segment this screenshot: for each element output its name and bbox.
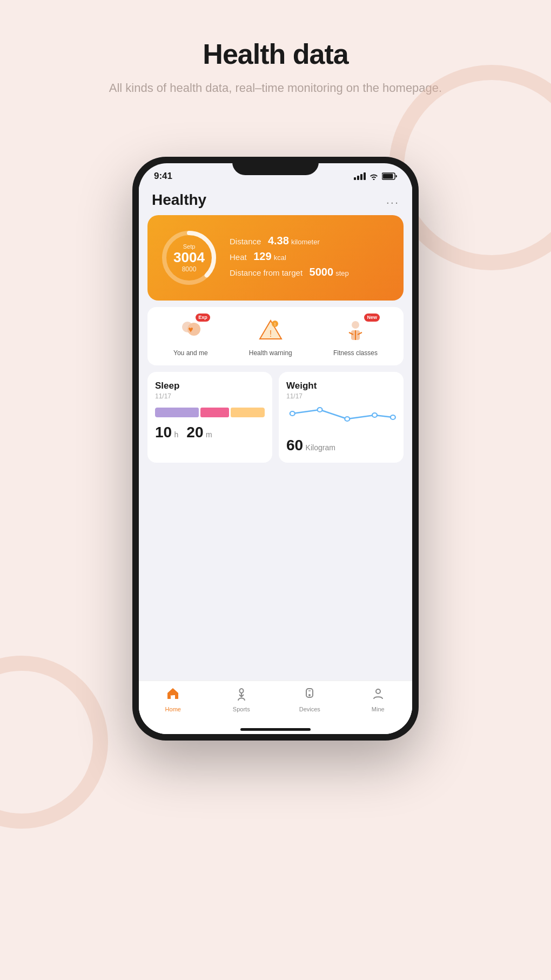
devices-label: Devices [299, 706, 320, 712]
distance-unit: kilometer [291, 238, 320, 246]
heat-label: Heat [230, 252, 247, 262]
sleep-card[interactable]: Sleep 11/17 10 h 20 m [147, 372, 272, 463]
ring-label: Setp [173, 243, 205, 250]
weight-card[interactable]: Weight 11/17 [279, 372, 404, 463]
heat-value: 129 [253, 250, 271, 262]
weight-value: 60 [286, 437, 303, 454]
svg-point-19 [372, 413, 377, 417]
bottom-nav: Home Sports [139, 681, 412, 723]
app-topbar: Healthy ... [139, 185, 412, 213]
page-subtitle: All kinds of health data, real–time moni… [0, 79, 551, 97]
ring-value: 3004 [173, 250, 205, 265]
action-health-warning[interactable]: ! ! Health warning [249, 316, 292, 357]
app-title: Healthy [152, 191, 206, 209]
distance-label: Distance [230, 237, 261, 246]
status-icons [354, 172, 397, 180]
nav-mine[interactable]: Mine [359, 686, 397, 712]
sleep-duration: 10 h 20 m [155, 424, 265, 441]
health-cards-row: Sleep 11/17 10 h 20 m [147, 372, 404, 463]
phone-mockup: 9:41 [132, 157, 419, 741]
weight-title: Weight [286, 381, 396, 391]
weight-unit: Kilogram [306, 443, 335, 452]
fitness-classes-badge: New [364, 314, 380, 322]
heat-stat: Heat 129 kcal [230, 250, 392, 263]
action-you-and-me[interactable]: ♥ Exp You and me [173, 316, 208, 357]
distance-value: 4.38 [268, 235, 289, 246]
svg-text:♥: ♥ [188, 325, 193, 334]
svg-point-16 [290, 411, 295, 416]
ring-text: Setp 3004 8000 [173, 243, 205, 273]
svg-rect-1 [383, 174, 393, 179]
target-label: Distance from target [230, 268, 303, 277]
sleep-deep [155, 408, 199, 417]
content-spacer [139, 469, 412, 681]
app-content: Healthy ... Setp 3004 [139, 185, 412, 734]
svg-point-11 [352, 321, 359, 329]
svg-text:!: ! [270, 329, 272, 338]
step-stats: Distance 4.38 kilometer Heat 129 kcal [230, 235, 392, 282]
mine-label: Mine [372, 706, 385, 712]
sleep-rem [200, 408, 230, 417]
svg-point-21 [239, 689, 243, 693]
svg-point-17 [318, 408, 322, 412]
distance-stat: Distance 4.38 kilometer [230, 235, 392, 247]
phone-notch [232, 157, 319, 175]
devices-icon [303, 686, 317, 704]
sleep-minutes: 20 [186, 424, 203, 441]
weight-chart [286, 405, 396, 432]
home-bar [240, 728, 311, 731]
deco-circle-bottom [0, 656, 108, 829]
phone-screen: 9:41 [139, 163, 412, 734]
step-card[interactable]: Setp 3004 8000 Distance 4.38 kilometer [147, 215, 404, 301]
nav-home[interactable]: Home [154, 686, 192, 712]
heat-unit: kcal [274, 254, 286, 262]
svg-point-20 [391, 415, 395, 419]
home-indicator [139, 723, 412, 734]
page-header: Health data All kinds of health data, re… [0, 0, 551, 97]
sleep-date: 11/17 [155, 392, 265, 400]
step-ring: Setp 3004 8000 [159, 228, 219, 288]
more-button[interactable]: ... [386, 193, 399, 207]
fitness-classes-label: Fitness classes [333, 349, 378, 357]
health-warning-label: Health warning [249, 349, 292, 357]
ring-total: 8000 [173, 265, 205, 272]
target-value: 5000 [310, 266, 334, 278]
sleep-bar [155, 408, 265, 417]
status-time: 9:41 [154, 171, 172, 182]
action-fitness-classes[interactable]: New Fitness classes [333, 316, 378, 357]
sports-label: Sports [233, 706, 250, 712]
home-icon [166, 686, 180, 704]
target-stat: Distance from target 5000 step [230, 266, 392, 278]
svg-point-24 [308, 694, 311, 696]
battery-icon [382, 172, 397, 180]
page-title: Health data [0, 38, 551, 70]
svg-point-18 [345, 417, 350, 421]
sleep-title: Sleep [155, 381, 265, 391]
svg-text:!: ! [274, 322, 276, 327]
nav-devices[interactable]: Devices [291, 686, 328, 712]
sleep-light [231, 408, 265, 417]
weight-display: 60 Kilogram [286, 437, 396, 454]
target-unit: step [335, 269, 349, 277]
sports-icon [234, 686, 248, 704]
weight-date: 11/17 [286, 392, 396, 400]
svg-point-26 [376, 689, 380, 694]
sleep-minutes-unit: m [206, 430, 212, 439]
nav-sports[interactable]: Sports [223, 686, 260, 712]
home-label: Home [165, 706, 181, 712]
you-and-me-badge: Exp [196, 314, 210, 322]
you-and-me-label: You and me [173, 349, 208, 357]
mine-icon [371, 686, 385, 704]
quick-actions: ♥ Exp You and me ! ! [147, 307, 404, 365]
wifi-icon [369, 172, 379, 180]
health-warning-icon: ! ! [256, 316, 285, 345]
sleep-hours: 10 [155, 424, 172, 441]
signal-icon [354, 172, 366, 180]
phone-shell: 9:41 [132, 157, 419, 741]
sleep-hours-unit: h [174, 430, 179, 439]
